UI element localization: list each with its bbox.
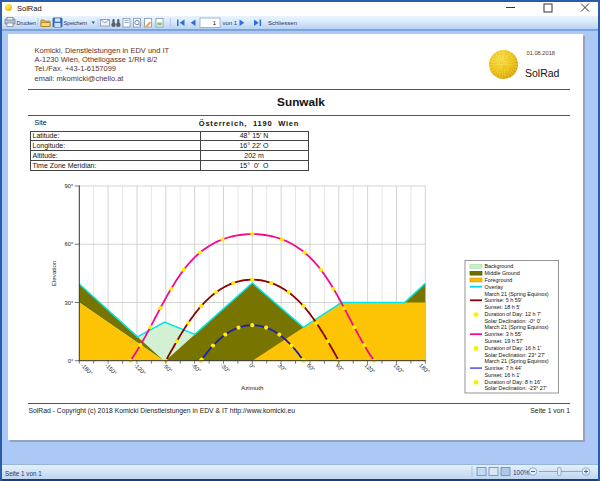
- svg-text:-30°: -30°: [219, 362, 231, 374]
- svg-text:-150°: -150°: [104, 362, 118, 376]
- svg-text:Elevation: Elevation: [50, 260, 57, 286]
- svg-text:90°: 90°: [335, 362, 345, 372]
- svg-text:Foreground: Foreground: [485, 277, 513, 283]
- svg-text:30°: 30°: [65, 300, 74, 306]
- svg-text:-120°: -120°: [133, 362, 147, 376]
- svg-text:Sunrise: 5 h 59': Sunrise: 5 h 59': [485, 297, 522, 303]
- svg-text:Duration of Day: 8 h 16': Duration of Day: 8 h 16': [485, 379, 541, 385]
- svg-text:March 21 (Spring Equinox): March 21 (Spring Equinox): [485, 291, 549, 297]
- svg-text:Solar Declination: -0° 0': Solar Declination: -0° 0': [485, 318, 541, 324]
- svg-text:Duration of Day: 16 h 1': Duration of Day: 16 h 1': [485, 345, 541, 351]
- svg-text:Sunrise: 3 h 55': Sunrise: 3 h 55': [485, 331, 522, 337]
- svg-text:Background: Background: [485, 263, 514, 269]
- svg-text:Solar Declination: 23° 27': Solar Declination: 23° 27': [485, 352, 545, 358]
- svg-text:60°: 60°: [65, 241, 74, 247]
- svg-text:120°: 120°: [363, 362, 376, 375]
- svg-text:Middle Ground: Middle Ground: [485, 270, 520, 276]
- svg-text:60°: 60°: [306, 362, 316, 372]
- svg-text:Sunset: 19 h 57': Sunset: 19 h 57': [485, 338, 524, 344]
- svg-text:30°: 30°: [277, 362, 287, 372]
- svg-text:Solar Declination: -23° 27': Solar Declination: -23° 27': [485, 385, 547, 391]
- svg-text:Duration of Day: 12 h 7': Duration of Day: 12 h 7': [485, 311, 541, 317]
- svg-text:March 21 (Spring Equinox): March 21 (Spring Equinox): [485, 324, 549, 330]
- svg-text:0°: 0°: [68, 358, 74, 364]
- svg-text:90°: 90°: [65, 183, 74, 189]
- svg-text:0°: 0°: [248, 362, 256, 370]
- svg-text:Overlay: Overlay: [485, 284, 504, 290]
- svg-text:-180°: -180°: [80, 362, 94, 376]
- svg-text:Azimuth: Azimuth: [241, 384, 264, 391]
- svg-text:100%: 100%: [513, 469, 530, 476]
- svg-text:Drucken: Drucken: [17, 20, 37, 26]
- svg-text:-90°: -90°: [162, 362, 174, 374]
- svg-text:Sunset: 16 h 1': Sunset: 16 h 1': [485, 372, 521, 378]
- svg-text:March 21 (Spring Equinox): March 21 (Spring Equinox): [485, 358, 549, 364]
- svg-text:Sunset: 18 h 5': Sunset: 18 h 5': [485, 304, 521, 310]
- svg-text:180°: 180°: [418, 362, 431, 375]
- svg-text:-60°: -60°: [190, 362, 202, 374]
- svg-text:Speichern: Speichern: [64, 20, 88, 26]
- svg-text:Schliessen: Schliessen: [268, 20, 297, 26]
- svg-text:150°: 150°: [392, 362, 405, 375]
- svg-text:von 1: von 1: [223, 20, 238, 26]
- svg-text:Sunrise: 7 h 44': Sunrise: 7 h 44': [485, 365, 522, 371]
